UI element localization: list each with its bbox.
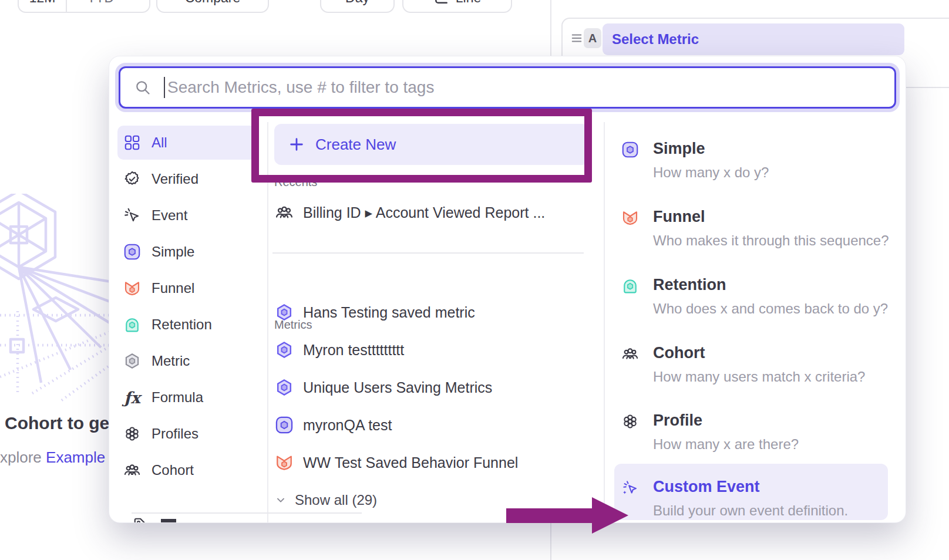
search-input[interactable] <box>167 78 894 97</box>
saved-metric-hexagon-icon <box>275 378 294 397</box>
empty-state-text: Cohort to ge xplore Example <box>0 410 110 481</box>
recents-section-label: Recents <box>274 176 317 189</box>
text-cursor <box>164 77 165 98</box>
sidebar-item-formula[interactable]: ƒx Formula <box>117 380 258 414</box>
sidebar-item-partial[interactable] <box>133 517 176 522</box>
list-item-metric[interactable]: Unique Users Saving Metrics <box>275 373 586 402</box>
saved-metrics-list: Hans Testing saved metric Myron testtttt… <box>275 298 586 486</box>
sidebar-divider <box>132 512 362 514</box>
show-all-button[interactable]: Show all (29) <box>275 492 377 508</box>
range-12m-button[interactable]: 12M <box>19 0 67 12</box>
select-metric-field[interactable]: Select Metric <box>603 23 904 55</box>
clipped-label-fragment <box>161 519 176 522</box>
list-item-metric[interactable]: Hans Testing saved metric <box>275 298 586 326</box>
saved-metric-hexagon-icon <box>275 340 294 359</box>
sidebar-item-cohort[interactable]: Cohort <box>117 453 258 487</box>
simple-metric-icon <box>123 243 141 261</box>
empty-state-headline: Cohort to ge <box>5 413 109 433</box>
metric-search-bar[interactable] <box>119 66 896 109</box>
empty-state-subtext: xplore Example <box>0 448 105 467</box>
list-item-metric[interactable]: Myron testtttttttt <box>275 336 586 364</box>
filter-sidebar: All Verified Event Simple Funnel Retenti… <box>117 126 258 490</box>
select-metric-modal: All Verified Event Simple Funnel Retenti… <box>109 56 906 522</box>
profiles-icon <box>123 425 141 443</box>
custom-event-icon <box>621 479 639 497</box>
screen: 12M YTD Compare Day Line A Select Metric… <box>0 0 949 560</box>
line-chart-icon <box>433 0 449 5</box>
section-divider <box>272 252 584 254</box>
search-icon <box>134 79 151 96</box>
tag-icon <box>133 517 150 522</box>
sidebar-item-verified[interactable]: Verified <box>117 162 258 196</box>
series-a-badge: A <box>584 28 601 48</box>
sidebar-item-metric[interactable]: Metric <box>117 344 258 378</box>
chevron-down-icon <box>275 494 287 506</box>
cohort-icon <box>621 345 639 363</box>
chart-type-line-button[interactable]: Line <box>402 0 512 13</box>
plus-icon <box>288 136 305 153</box>
saved-metric-hexagon-icon <box>275 303 294 322</box>
column-divider <box>267 122 268 522</box>
simple-metric-icon <box>275 416 294 434</box>
funnel-icon <box>621 209 639 227</box>
sidebar-item-all[interactable]: All <box>117 126 258 160</box>
create-new-button[interactable]: Create New <box>274 124 589 165</box>
chevron-down-icon <box>119 0 129 3</box>
drag-handle-icon[interactable] <box>570 32 583 45</box>
empty-state-illustration <box>0 194 112 560</box>
sidebar-item-funnel[interactable]: Funnel <box>117 271 258 305</box>
annotation-arrow <box>506 508 593 523</box>
sidebar-item-retention[interactable]: Retention <box>117 308 258 342</box>
funnel-icon <box>123 279 141 297</box>
column-divider <box>604 122 605 522</box>
cohort-icon <box>275 203 294 222</box>
retention-icon <box>123 316 141 333</box>
grid-icon <box>123 134 141 151</box>
annotation-arrow-head <box>592 497 628 534</box>
sidebar-item-event[interactable]: Event <box>117 198 258 232</box>
sidebar-item-simple[interactable]: Simple <box>117 235 258 269</box>
formula-icon: ƒx <box>123 389 141 407</box>
list-item-metric[interactable]: WW Test Saved Behavior Funnel <box>275 448 586 477</box>
granularity-day-button[interactable]: Day <box>320 0 395 13</box>
date-range-control: 12M YTD <box>18 0 150 13</box>
event-cursor-icon <box>123 207 141 224</box>
recent-item-billing[interactable]: Billing ID ▸ Account Viewed Report ... <box>275 203 545 222</box>
profiles-icon <box>621 413 639 430</box>
example-reports-link[interactable]: Example <box>46 448 105 466</box>
metric-hexagon-icon <box>123 352 141 370</box>
cohort-icon <box>123 461 141 479</box>
list-item-metric[interactable]: myronQA test <box>275 411 586 439</box>
sidebar-item-profiles[interactable]: Profiles <box>117 417 258 451</box>
simple-metric-icon <box>621 141 639 158</box>
range-ytd-button[interactable]: YTD <box>67 0 149 12</box>
verified-badge-icon <box>123 170 141 188</box>
funnel-icon <box>275 453 294 472</box>
compare-button[interactable]: Compare <box>156 0 269 13</box>
retention-icon <box>621 277 639 295</box>
